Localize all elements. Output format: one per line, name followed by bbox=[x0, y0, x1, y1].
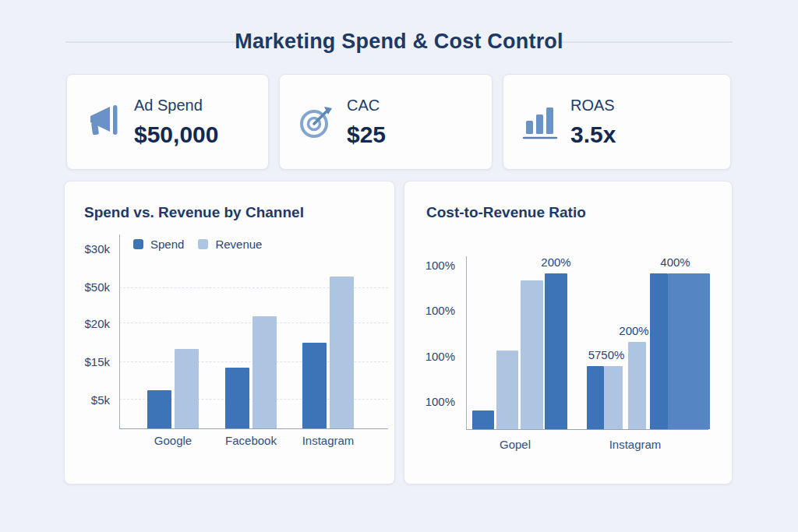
x-axis-line bbox=[119, 428, 388, 429]
bar-value-label: 400% bbox=[660, 255, 690, 269]
dashboard-page: Marketing Spend & Cost Control Ad Spend … bbox=[0, 0, 798, 532]
y-tick-label: 100% bbox=[404, 259, 455, 272]
megaphone-icon bbox=[84, 104, 125, 141]
y-tick-label: $30k bbox=[65, 242, 110, 255]
bar-spend-facebook bbox=[225, 368, 249, 428]
x-category-label: Instagram bbox=[609, 438, 662, 451]
ratio-bar bbox=[628, 342, 646, 429]
ratio-bar bbox=[521, 280, 543, 429]
grouped-bar-plot: $30k$50k$20k$15k$5kGoogleFacebookInstagr… bbox=[65, 181, 394, 484]
ratio-bar bbox=[604, 366, 623, 429]
ratio-bar bbox=[545, 273, 567, 429]
y-axis-line bbox=[466, 256, 467, 429]
target-icon bbox=[297, 104, 337, 141]
kpi-label: ROAS bbox=[570, 97, 616, 115]
kpi-label: CAC bbox=[347, 97, 386, 115]
ratio-bar bbox=[587, 366, 604, 429]
chart-panel-cost-to-revenue: Cost-to-Revenue Ratio 100%100%100%100%20… bbox=[404, 181, 733, 484]
ratio-bar bbox=[650, 273, 668, 429]
chart-panel-spend-vs-revenue: Spend vs. Revenue by Channel Spend Reven… bbox=[64, 181, 395, 484]
kpi-value: 3.5x bbox=[570, 122, 616, 148]
bar-spend-instagram bbox=[302, 343, 327, 428]
y-tick-label: $50k bbox=[65, 280, 110, 294]
y-axis-line bbox=[119, 234, 120, 428]
bar-value-label: 5750% bbox=[588, 348, 625, 361]
bar-revenue-instagram bbox=[330, 277, 354, 428]
bar-revenue-google bbox=[175, 349, 199, 428]
bar-chart-icon bbox=[521, 104, 561, 141]
x-category-label: Facebook bbox=[225, 434, 277, 447]
ratio-bar-plot: 100%100%100%100%200%5750%200%400%GopelIn… bbox=[404, 181, 732, 484]
kpi-card-roas: ROAS 3.5x bbox=[503, 74, 731, 170]
ratio-bar bbox=[496, 351, 518, 429]
bar-revenue-facebook bbox=[252, 316, 277, 428]
bar-spend-google bbox=[147, 390, 171, 428]
x-category-label: Gopel bbox=[500, 438, 531, 451]
y-tick-label: $5k bbox=[65, 393, 110, 407]
y-tick-label: 100% bbox=[404, 395, 455, 408]
y-tick-label: 100% bbox=[404, 350, 455, 363]
kpi-label: Ad Spend bbox=[134, 97, 218, 115]
kpi-value: $25 bbox=[347, 122, 386, 148]
y-tick-label: 100% bbox=[404, 304, 455, 317]
x-category-label: Google bbox=[154, 434, 192, 447]
page-title: Marketing Spend & Cost Control bbox=[0, 30, 798, 54]
kpi-value: $50,000 bbox=[134, 122, 218, 148]
ratio-bar bbox=[472, 410, 494, 429]
y-tick-label: $15k bbox=[65, 355, 110, 368]
kpi-card-cac: CAC $25 bbox=[279, 74, 493, 170]
ratio-bar bbox=[668, 273, 710, 429]
kpi-card-ad-spend: Ad Spend $50,000 bbox=[66, 74, 269, 170]
bar-value-label: 200% bbox=[541, 255, 570, 269]
x-category-label: Instagram bbox=[302, 434, 355, 447]
y-tick-label: $20k bbox=[65, 317, 110, 330]
bar-value-label: 200% bbox=[619, 324, 648, 337]
x-axis-line bbox=[466, 429, 708, 430]
